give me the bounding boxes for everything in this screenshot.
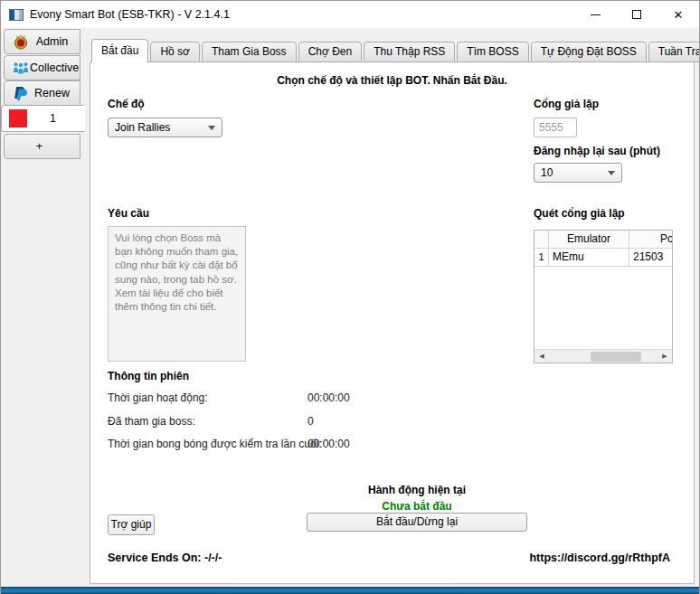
discord-link[interactable]: https://discord.gg/rRthpfA <box>529 552 670 564</box>
maximize-icon <box>632 10 641 19</box>
red-square-icon <box>9 109 27 127</box>
tab-tim-boss[interactable]: Tìm BOSS <box>457 42 528 62</box>
table-horizontal-scrollbar[interactable]: ◀ ▶ <box>534 349 672 363</box>
uptime-label: Thời gian hoạt động: <box>108 391 208 404</box>
app-window: Evony Smart Bot (ESB-TKR) - V 2.1.4.1 ✕ … <box>0 0 700 594</box>
start-stop-button[interactable]: Bắt đầu/Dừng lại <box>307 513 527 532</box>
current-action-label: Hành động hiện tại <box>307 484 527 496</box>
tab-tham-gia-boss[interactable]: Tham Gia Boss <box>202 42 297 62</box>
requirements-text-box: Vui lòng chọn Boss mà bạn không muốn tha… <box>108 226 246 362</box>
chevron-down-icon <box>208 126 215 130</box>
minimize-button[interactable] <box>574 1 616 28</box>
maximize-button[interactable] <box>616 1 657 28</box>
bubble-checked-label: Thời gian bong bóng được kiểm tra lần cu… <box>108 438 322 450</box>
app-icon <box>9 9 24 21</box>
scroll-right-icon[interactable]: ▶ <box>657 350 672 363</box>
table-row[interactable]: 1 MEmu 21503 <box>534 249 672 267</box>
window-controls: ✕ <box>574 1 699 28</box>
service-ends-label: Service Ends On: -/-/- <box>108 552 222 564</box>
add-profile-button[interactable]: + <box>4 134 80 159</box>
close-icon: ✕ <box>674 9 684 21</box>
emulator-table: Emulator Port 1 MEmu 21503 ◀ ▶ <box>534 230 673 363</box>
tab-thu-thap-rss[interactable]: Thu Thập RSS <box>364 42 455 62</box>
relogin-select[interactable]: 10 <box>534 163 622 183</box>
sidebar-item-renew[interactable]: Renew <box>4 80 80 106</box>
port-scan-label: Quét cổng giả lập <box>534 207 625 220</box>
people-icon <box>12 59 30 77</box>
sidebar-item-profile-1[interactable]: 1 <box>1 105 85 132</box>
sidebar-item-label: 1 <box>27 112 84 125</box>
cell-emulator: MEmu <box>549 249 629 267</box>
mode-select[interactable]: Join Rallies <box>108 118 222 137</box>
paypal-icon <box>12 84 30 102</box>
window-bottom-edge <box>1 587 699 594</box>
emulator-port-input[interactable] <box>534 118 577 137</box>
help-button[interactable]: Trợ giúp <box>108 514 155 535</box>
mode-select-value: Join Rallies <box>115 121 203 134</box>
main-tab-bar: Bắt đầu Hồ sơ Tham Gia Boss Chợ Đen Thu … <box>91 38 700 62</box>
current-action-block: Hành động hiện tại Chưa bắt đầu <box>307 484 527 513</box>
close-button[interactable]: ✕ <box>657 1 699 28</box>
relogin-select-value: 10 <box>541 166 602 179</box>
tab-content-pane: Chọn chế độ và thiết lập BOT. Nhấn Bắt Đ… <box>90 61 695 584</box>
tab-ho-so[interactable]: Hồ sơ <box>150 42 200 62</box>
crest-icon <box>12 33 30 51</box>
column-header-emulator[interactable]: Emulator <box>549 231 629 249</box>
tab-cho-den[interactable]: Chợ Đen <box>298 42 363 62</box>
row-header: 1 <box>534 249 549 267</box>
scroll-left-icon[interactable]: ◀ <box>534 350 549 363</box>
tab-tuan-tra[interactable]: Tuần Tra <box>648 42 700 62</box>
table-header-row: Emulator Port <box>534 231 672 249</box>
emulator-port-label: Cổng giả lập <box>534 98 599 110</box>
mode-label: Chế độ <box>108 98 145 110</box>
page-title: Chọn chế độ và thiết lập BOT. Nhấn Bắt Đ… <box>90 74 694 87</box>
session-info-label: Thông tin phiên <box>108 370 189 382</box>
window-title: Evony Smart Bot (ESB-TKR) - V 2.1.4.1 <box>30 8 230 21</box>
tab-tu-dong-dat-boss[interactable]: Tự Động Đặt BOSS <box>531 42 647 62</box>
sidebar-item-label: Admin <box>30 35 80 48</box>
uptime-value: 00:00:00 <box>307 391 350 404</box>
sidebar-item-label: Renew <box>30 87 80 99</box>
plus-icon: + <box>5 140 80 153</box>
sidebar-item-collective[interactable]: Collective <box>4 55 80 80</box>
tab-bat-dau[interactable]: Bắt đầu <box>91 39 148 63</box>
chevron-down-icon <box>608 171 615 175</box>
minimize-icon <box>591 14 601 15</box>
sidebar-item-label: Collective <box>30 61 80 74</box>
bosses-joined-value: 0 <box>307 415 314 428</box>
scrollbar-thumb[interactable] <box>591 352 641 362</box>
cell-port: 21503 <box>629 249 673 267</box>
relogin-label: Đăng nhập lại sau (phút) <box>534 145 660 157</box>
status-badge: Chưa bắt đầu <box>307 500 527 513</box>
column-header-port[interactable]: Port <box>629 231 673 249</box>
requirements-label: Yêu cầu <box>108 207 149 220</box>
title-bar: Evony Smart Bot (ESB-TKR) - V 2.1.4.1 ✕ <box>1 1 699 28</box>
table-corner-cell <box>534 231 549 249</box>
sidebar-item-admin[interactable]: Admin <box>4 29 80 54</box>
bubble-checked-value: 00:00:00 <box>307 438 350 450</box>
bosses-joined-label: Đã tham gia boss: <box>108 415 195 428</box>
